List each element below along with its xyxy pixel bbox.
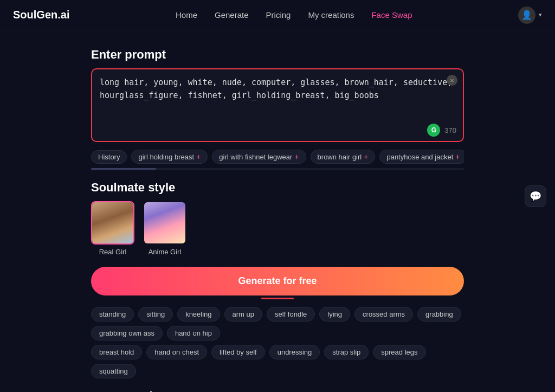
pose-hand-on-chest[interactable]: hand on chest bbox=[146, 345, 207, 359]
chevron-down-icon: ▾ bbox=[539, 11, 542, 18]
tag-chip-3[interactable]: pantyhose and jacket + bbox=[379, 150, 464, 164]
pose-row-1: standing sitting kneeling arm up self fo… bbox=[91, 307, 464, 340]
pose-self-fondle[interactable]: self fondle bbox=[267, 307, 315, 322]
style-title: Soulmate style bbox=[91, 181, 464, 195]
nav-pricing[interactable]: Pricing bbox=[266, 10, 291, 20]
pose-arm-up[interactable]: arm up bbox=[224, 307, 262, 322]
generate-underline bbox=[261, 298, 294, 299]
nav-links: Home Generate Pricing My creations Face … bbox=[176, 10, 412, 20]
user-menu[interactable]: 👤 ▾ bbox=[518, 7, 542, 24]
pose-breast-hold[interactable]: breast hold bbox=[91, 345, 142, 359]
pose-undressing[interactable]: undressing bbox=[269, 345, 320, 359]
clear-button[interactable]: × bbox=[447, 75, 457, 86]
tag-chip-0[interactable]: girl holding breast + bbox=[131, 150, 208, 164]
tags-row: History girl holding breast + girl with … bbox=[91, 150, 464, 164]
pose-squatting[interactable]: squatting bbox=[91, 364, 136, 378]
main-content: Enter prompt long hair, young, white, nu… bbox=[82, 30, 473, 392]
prompt-footer: G 370 bbox=[427, 124, 456, 137]
pose-sitting[interactable]: sitting bbox=[138, 307, 173, 322]
chat-icon: 💬 bbox=[530, 190, 541, 202]
scroll-bar bbox=[91, 168, 464, 170]
pose-grabbing-own-ass[interactable]: grabbing own ass bbox=[91, 326, 163, 340]
pose-strap-slip[interactable]: strap slip bbox=[324, 345, 369, 359]
prompt-wrapper: long hair, young, white, nude, computer,… bbox=[91, 68, 464, 142]
pose-crossed-arms[interactable]: crossed arms bbox=[354, 307, 413, 322]
pose-kneeling[interactable]: kneeling bbox=[177, 307, 220, 322]
aspect-title: Aspect ratio bbox=[91, 389, 464, 392]
history-chip[interactable]: History bbox=[91, 150, 127, 164]
real-girl-label: Real Girl bbox=[99, 248, 127, 256]
pose-spread-legs[interactable]: spread legs bbox=[373, 345, 425, 359]
char-count: 370 bbox=[444, 126, 456, 134]
prompt-title: Enter prompt bbox=[91, 48, 464, 62]
pose-row-2: breast hold hand on chest lifted by self… bbox=[91, 345, 464, 378]
nav-my-creations[interactable]: My creations bbox=[308, 10, 354, 20]
logo: SoulGen.ai bbox=[13, 9, 69, 21]
pose-lying[interactable]: lying bbox=[319, 307, 350, 322]
anime-girl-image bbox=[143, 201, 186, 245]
tag-chip-1[interactable]: girl with fishnet legwear + bbox=[212, 150, 306, 164]
real-girl-image bbox=[91, 201, 134, 245]
aspect-section: Aspect ratio 2:3 3:2 1:1 bbox=[91, 389, 464, 392]
chat-widget[interactable]: 💬 bbox=[525, 185, 546, 207]
pose-hand-on-hip[interactable]: hand on hip bbox=[167, 326, 220, 340]
style-cards: Real Girl Anime Girl bbox=[91, 201, 464, 256]
tag-chip-2[interactable]: brown hair girl + bbox=[311, 150, 376, 164]
scroll-thumb bbox=[91, 168, 156, 170]
pose-lifted-by-self[interactable]: lifted by self bbox=[211, 345, 265, 359]
nav-home[interactable]: Home bbox=[176, 10, 197, 20]
style-card-anime[interactable]: Anime Girl bbox=[143, 201, 186, 256]
style-card-real[interactable]: Real Girl bbox=[91, 201, 134, 256]
pose-standing[interactable]: standing bbox=[91, 307, 134, 322]
prompt-input[interactable]: long hair, young, white, nude, computer,… bbox=[100, 76, 455, 119]
nav-generate[interactable]: Generate bbox=[215, 10, 249, 20]
avatar: 👤 bbox=[518, 7, 535, 24]
grammarly-icon: G bbox=[427, 124, 440, 137]
anime-girl-label: Anime Girl bbox=[149, 248, 182, 256]
nav-face-swap[interactable]: Face Swap bbox=[371, 10, 412, 20]
navbar: SoulGen.ai Home Generate Pricing My crea… bbox=[0, 0, 555, 30]
pose-grabbing[interactable]: grabbing bbox=[417, 307, 461, 322]
generate-button[interactable]: Generate for free bbox=[91, 267, 464, 295]
style-section: Soulmate style Real Girl Anime Girl bbox=[91, 181, 464, 256]
